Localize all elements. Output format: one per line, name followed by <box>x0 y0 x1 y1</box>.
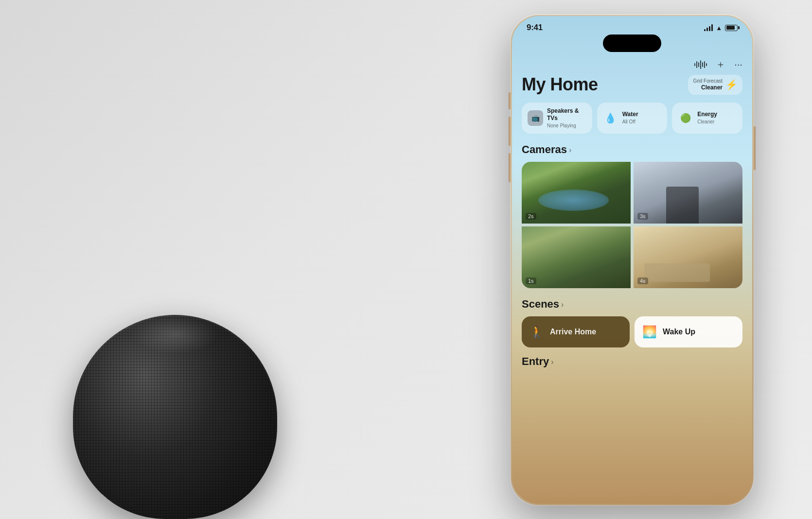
energy-subtitle: Cleaner <box>697 119 717 125</box>
camera-3-time: 1s <box>526 277 536 284</box>
camera-cell-2[interactable]: 3s <box>634 162 742 224</box>
energy-text: Energy Cleaner <box>697 111 717 125</box>
battery-fill <box>726 26 735 30</box>
cameras-title: Cameras <box>522 143 567 156</box>
entry-section: Entry › <box>522 355 742 368</box>
grid-forecast-widget[interactable]: Grid Forecast Cleaner ⚡ <box>688 75 742 95</box>
camera-grid: 2s 3s 1s 4s <box>522 162 742 288</box>
status-bar: 9:41 ▲ <box>512 16 752 33</box>
grid-forecast-label: Grid Forecast <box>693 78 723 84</box>
speakers-tvs-title: Speakers & TVs <box>547 107 586 122</box>
arrive-home-icon: 🚶 <box>530 325 544 339</box>
battery-icon <box>725 25 738 31</box>
entry-section-header[interactable]: Entry › <box>522 355 742 368</box>
quick-tiles-row: 📺 Speakers & TVs None Playing 💧 Water Al… <box>522 103 742 134</box>
iphone-screen: 9:41 ▲ <box>512 16 752 504</box>
scenes-section: Scenes › 🚶 Arrive Home 🌅 Wake Up <box>522 298 742 347</box>
homepod-top-glow <box>131 315 219 354</box>
iphone-volume-up-button <box>509 117 511 146</box>
camera-cell-3[interactable]: 1s <box>522 226 631 288</box>
home-header: My Home Grid Forecast Cleaner ⚡ <box>522 75 742 95</box>
camera-1-time: 2s <box>526 213 536 220</box>
scenes-section-header[interactable]: Scenes › <box>522 298 742 311</box>
more-options-icon[interactable]: ··· <box>734 59 742 70</box>
energy-title: Energy <box>697 111 717 119</box>
iphone-mute-button <box>509 92 511 109</box>
speakers-tvs-subtitle: None Playing <box>547 122 586 129</box>
iphone-device: 9:41 ▲ <box>511 15 754 505</box>
status-icons: ▲ <box>704 24 738 32</box>
water-tile[interactable]: 💧 Water All Off <box>597 103 668 134</box>
camera-cell-1[interactable]: 2s <box>522 162 631 224</box>
wake-up-icon: 🌅 <box>642 325 657 339</box>
home-title: My Home <box>522 75 598 94</box>
camera-2-time: 3s <box>637 213 648 220</box>
energy-tile[interactable]: 🟢 Energy Cleaner <box>672 103 742 134</box>
add-icon[interactable]: ＋ <box>716 58 725 71</box>
app-content: ＋ ··· My Home Grid Forecast Cleaner ⚡ <box>512 52 752 501</box>
grid-forecast-text: Grid Forecast Cleaner <box>693 78 723 92</box>
speakers-tvs-tile[interactable]: 📺 Speakers & TVs None Playing <box>522 103 592 134</box>
lightning-bolt-icon: ⚡ <box>725 79 738 90</box>
signal-icon <box>704 24 713 31</box>
speakers-tvs-text: Speakers & TVs None Playing <box>547 107 586 129</box>
homepod-device <box>29 179 321 519</box>
water-icon: 💧 <box>603 110 618 126</box>
grid-forecast-status: Cleaner <box>693 84 723 92</box>
energy-icon: 🟢 <box>678 110 693 126</box>
iphone-power-button <box>754 126 756 170</box>
water-title: Water <box>622 111 638 119</box>
cameras-section-header[interactable]: Cameras › <box>522 143 742 156</box>
dynamic-island <box>603 35 661 52</box>
speakers-tvs-icon: 📺 <box>528 110 543 126</box>
wifi-icon: ▲ <box>716 24 722 32</box>
arrive-home-label: Arrive Home <box>550 328 596 336</box>
camera-cell-4[interactable]: 4s <box>634 226 742 288</box>
scenes-title: Scenes <box>522 298 559 311</box>
iphone-volume-down-button <box>509 153 511 182</box>
iphone-frame: 9:41 ▲ <box>511 15 754 505</box>
water-subtitle: All Off <box>622 119 638 125</box>
cameras-chevron-icon: › <box>569 146 571 155</box>
scenes-chevron-icon: › <box>561 300 564 309</box>
status-time: 9:41 <box>527 23 543 33</box>
arrive-home-scene[interactable]: 🚶 Arrive Home <box>522 316 630 347</box>
water-text: Water All Off <box>622 111 638 125</box>
entry-title: Entry <box>522 355 549 368</box>
entry-chevron-icon: › <box>551 358 553 366</box>
homepod-body <box>73 315 277 519</box>
camera-4-time: 4s <box>637 277 648 284</box>
waveform-icon[interactable] <box>694 60 707 69</box>
scenes-tiles-row: 🚶 Arrive Home 🌅 Wake Up <box>522 316 742 347</box>
top-actions-bar: ＋ ··· <box>522 58 742 71</box>
wake-up-scene[interactable]: 🌅 Wake Up <box>635 316 742 347</box>
wake-up-label: Wake Up <box>663 328 695 336</box>
